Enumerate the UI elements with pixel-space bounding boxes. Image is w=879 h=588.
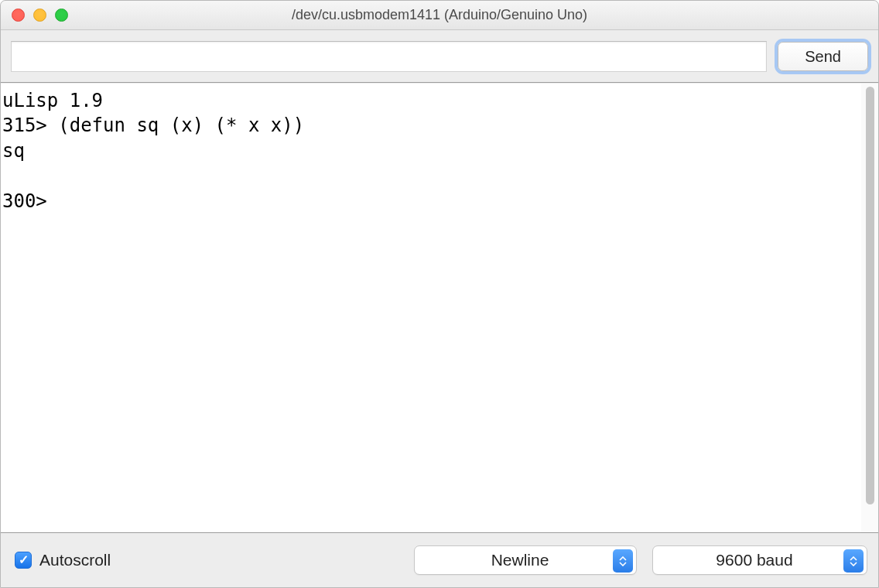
bottom-bar: ✓ Autoscroll Newline 9600 baud	[1, 533, 878, 587]
scrollbar-track[interactable]	[861, 84, 878, 532]
minimize-window-button[interactable]	[33, 9, 46, 22]
traffic-lights	[12, 9, 68, 22]
dropdown-arrows-icon	[843, 549, 864, 573]
scrollbar-thumb[interactable]	[866, 87, 874, 504]
baud-rate-select[interactable]: 9600 baud	[652, 545, 867, 575]
window-title: /dev/cu.usbmodem1411 (Arduino/Genuino Un…	[12, 7, 867, 23]
output-wrap: uLisp 1.9 315> (defun sq (x) (* x x)) sq…	[1, 83, 878, 533]
maximize-window-button[interactable]	[55, 9, 68, 22]
autoscroll-label: Autoscroll	[39, 551, 111, 569]
line-ending-value: Newline	[432, 551, 608, 569]
checkmark-icon: ✓	[19, 554, 29, 566]
send-button[interactable]: Send	[778, 42, 868, 71]
serial-output-area[interactable]: uLisp 1.9 315> (defun sq (x) (* x x)) sq…	[1, 84, 861, 532]
dropdown-arrows-icon	[613, 549, 633, 573]
input-toolbar: Send	[1, 30, 878, 83]
autoscroll-checkbox-box[interactable]: ✓	[15, 552, 32, 569]
serial-command-input[interactable]	[11, 41, 767, 72]
autoscroll-checkbox[interactable]: ✓ Autoscroll	[15, 551, 111, 569]
line-ending-select[interactable]: Newline	[414, 545, 637, 575]
baud-rate-value: 9600 baud	[670, 551, 839, 569]
serial-monitor-window: /dev/cu.usbmodem1411 (Arduino/Genuino Un…	[0, 0, 879, 588]
titlebar[interactable]: /dev/cu.usbmodem1411 (Arduino/Genuino Un…	[1, 1, 878, 30]
close-window-button[interactable]	[12, 9, 25, 22]
